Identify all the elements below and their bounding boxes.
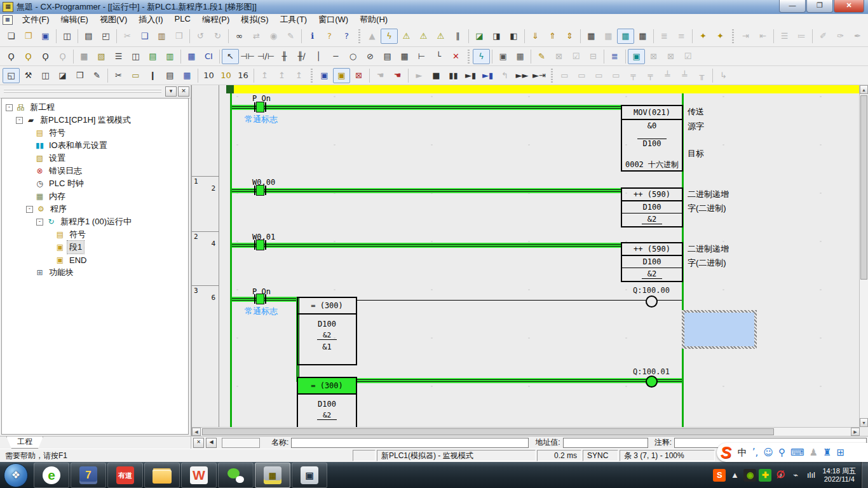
vertical-scroll-thumb[interactable] <box>860 95 867 280</box>
monitor-in-rung-icon[interactable]: ◫ <box>127 49 144 64</box>
scroll-up-button[interactable]: ▲ <box>860 85 868 94</box>
contact-p-on[interactable] <box>254 102 266 112</box>
coil-label[interactable]: Q:100.01 <box>613 367 689 376</box>
paste-special-icon[interactable]: ❒ <box>170 29 187 44</box>
tree-item-memory[interactable]: ▦内存 <box>2 190 188 203</box>
io-comment-view-icon[interactable]: ▦ <box>179 68 196 83</box>
cut-icon[interactable]: ✂ <box>119 29 136 44</box>
taskbar-explorer[interactable] <box>144 463 180 488</box>
replace-icon[interactable]: ⇄ <box>248 29 265 44</box>
horizontal-scroll-thumb[interactable] <box>202 428 774 435</box>
watch-tab-3-icon[interactable]: ☑ <box>679 49 696 64</box>
cross-reference-icon[interactable]: ▣ <box>628 49 645 64</box>
info-icon[interactable]: ℹ <box>304 29 321 44</box>
ladder-tab-scroll-button[interactable]: ◀ <box>206 438 217 448</box>
output-coil-q100-00[interactable] <box>646 295 658 308</box>
compile-program-icon[interactable]: ◪ <box>471 29 488 44</box>
ladder-tab-close-button[interactable]: ✕ <box>193 438 204 448</box>
new-instruction-2-icon[interactable]: ▦ <box>396 49 413 64</box>
menu-plc[interactable]: PLC <box>169 13 196 26</box>
online-edit-send-icon[interactable]: ☑ <box>567 49 585 64</box>
new-file-icon[interactable]: ❏ <box>3 29 20 44</box>
new-horizontal-line-icon[interactable]: ─ <box>327 49 344 64</box>
continuous-step-run-icon[interactable]: ►► <box>513 68 531 83</box>
watch-tab-1-icon[interactable]: ⊠ <box>645 49 662 64</box>
plc-monitor-mode-icon[interactable]: ▣ <box>333 68 350 83</box>
online-edit-cancel-icon[interactable]: ⊠ <box>550 49 567 64</box>
menu-编程p[interactable]: 编程(P) <box>196 13 235 26</box>
work-online-simulator-icon[interactable]: ϟ <box>381 29 398 44</box>
stack-online-edit-icon[interactable]: ▣ <box>494 49 512 64</box>
watch-window-sheet-icon[interactable]: ▦ <box>600 29 617 44</box>
tree-item-function-block[interactable]: ⊞功能块 <box>2 266 188 279</box>
time-chart-monitor-icon[interactable]: ≡ <box>673 29 690 44</box>
new-inverted-input-icon[interactable]: ⊢ <box>413 49 430 64</box>
zoom-out-icon[interactable]: Ϙ <box>54 49 71 64</box>
monitor-decimal-icon[interactable]: 10 <box>200 68 217 83</box>
rung-margin-cell[interactable]: 2 4 <box>192 232 219 286</box>
plc-program-mode-icon[interactable]: ⊠ <box>350 68 367 83</box>
vertical-scrollbar[interactable]: ▲ ▼ <box>859 85 868 427</box>
bookmark-icon[interactable]: ❙ <box>144 68 161 83</box>
program-check-icon[interactable]: ◧ <box>505 29 522 44</box>
tree-item-symbols[interactable]: ▤符号 <box>2 126 188 139</box>
new-contact-icon[interactable]: ⊣⊢ <box>239 49 256 64</box>
ime-voice-icon[interactable]: ⚲ <box>778 447 785 458</box>
tree-item-settings[interactable]: ▧设置 <box>2 152 188 165</box>
toggle-workspace-icon[interactable]: ❒ <box>71 68 88 83</box>
select-tool-icon[interactable]: ↖ <box>222 49 239 64</box>
close-button[interactable]: ✕ <box>834 0 864 13</box>
menu-插入i[interactable]: 插入(I) <box>133 13 168 26</box>
new-or-contact-icon[interactable]: ╫ <box>276 49 293 64</box>
redo-icon[interactable]: ↻ <box>209 29 226 44</box>
online-edit-rung-icon[interactable]: ✎ <box>533 49 550 64</box>
taskbar-wechat[interactable] <box>218 463 254 488</box>
outdent-icon[interactable]: ⇤ <box>754 29 771 44</box>
plc-online-icon[interactable]: ▣ <box>316 68 333 83</box>
properties-icon[interactable]: ✎ <box>88 68 105 83</box>
tree-item-program-running[interactable]: -↻新程序1 (00)运行中 <box>2 215 188 228</box>
task-online-edit-icon[interactable]: ▦ <box>512 49 529 64</box>
ime-emoji-icon[interactable]: ☺ <box>763 447 773 458</box>
menu-视图v[interactable]: 视图(V) <box>94 13 133 26</box>
undo-icon[interactable]: ↺ <box>192 29 209 44</box>
ime-skin-icon[interactable]: ♜ <box>823 447 831 458</box>
upload-3-icon[interactable]: ↥ <box>290 68 308 83</box>
watch-window-icon[interactable]: ▦ <box>583 29 600 44</box>
show-desktop-button[interactable] <box>861 462 868 488</box>
toggle-output-window-icon[interactable]: ◪ <box>54 68 71 83</box>
tune-2-icon[interactable]: ╤ <box>642 68 659 83</box>
sogou-tray-icon[interactable]: S <box>713 469 726 482</box>
ime-language-icon[interactable]: 中 <box>738 447 747 459</box>
local-symbol-table-icon[interactable]: ▥ <box>161 49 179 64</box>
operand[interactable]: D100 <box>298 318 356 330</box>
tree-expander[interactable]: - <box>6 104 13 111</box>
mini-monitor-1-icon[interactable]: ▭ <box>556 68 573 83</box>
operand[interactable]: &1 <box>298 341 356 353</box>
compare-mark-2-icon[interactable]: ✑ <box>832 29 849 44</box>
force-cancel-icon[interactable]: ☚ <box>389 68 406 83</box>
force-decimal-icon[interactable]: 10 <box>217 68 234 83</box>
name-input[interactable] <box>291 438 529 448</box>
operand[interactable]: D100 <box>622 201 682 214</box>
tree-item-plc-clock[interactable]: ◷PLC 时钟 <box>2 177 188 190</box>
window-layout-icon[interactable]: ◱ <box>3 68 20 83</box>
network-signal-icon[interactable]: ılıl <box>804 469 817 482</box>
step-in-icon[interactable]: ►▮ <box>479 68 496 83</box>
volume-muted-icon[interactable]: ♪ <box>774 469 787 482</box>
menu-帮助h[interactable]: 帮助(H) <box>354 13 393 26</box>
contact-w0-01[interactable] <box>254 240 266 250</box>
menu-编辑e[interactable]: 编辑(E) <box>55 13 94 26</box>
horizontal-scrollbar[interactable]: ◀ ▶ <box>192 427 860 436</box>
set-password-icon[interactable]: ✦ <box>695 29 712 44</box>
tune-5-icon[interactable]: ╥ <box>693 68 710 83</box>
step-run-icon[interactable]: ►▮ <box>462 68 479 83</box>
tree-item-symbols[interactable]: ▤符号 <box>2 228 188 241</box>
transfer-from-plc-icon[interactable]: ⇑ <box>544 29 561 44</box>
taskbar-clock[interactable]: 14:18 周五 2022/11/4 <box>822 467 856 484</box>
new-closed-contact-icon[interactable]: ⊣∕⊢ <box>256 49 276 64</box>
scroll-right-button[interactable]: ▶ <box>851 428 860 436</box>
options-icon[interactable]: ⚒ <box>20 68 37 83</box>
tree-item-project[interactable]: -品新工程 <box>2 101 188 114</box>
ime-keyboard-icon[interactable]: ⌨ <box>790 447 804 458</box>
